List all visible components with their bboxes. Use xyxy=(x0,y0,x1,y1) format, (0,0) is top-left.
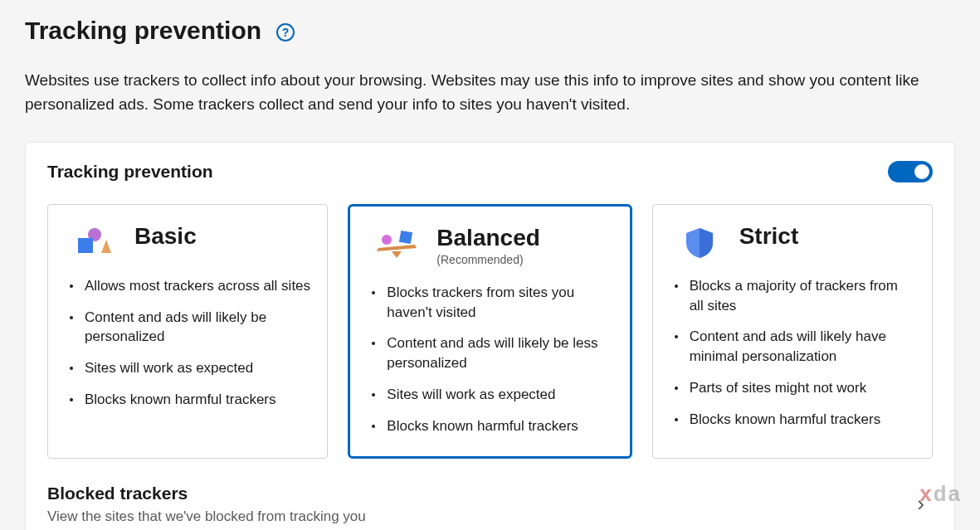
toggle-knob xyxy=(914,164,929,179)
list-item: Content and ads will likely be personali… xyxy=(65,308,310,348)
strict-icon xyxy=(678,226,721,260)
svg-rect-1 xyxy=(78,238,93,253)
svg-marker-2 xyxy=(101,240,111,253)
list-item: Blocks trackers from sites you haven't v… xyxy=(367,283,612,323)
blocked-trackers-title: Blocked trackers xyxy=(47,484,366,503)
help-icon[interactable]: ? xyxy=(276,23,295,41)
tracking-prevention-toggle[interactable] xyxy=(888,161,933,182)
page-description: Websites use trackers to collect info ab… xyxy=(25,68,938,117)
panel-title: Tracking prevention xyxy=(47,162,213,182)
svg-marker-6 xyxy=(392,251,402,258)
list-item: Blocks known harmful trackers xyxy=(367,416,612,436)
level-card-balanced[interactable]: Balanced (Recommended) Blocks trackers f… xyxy=(348,204,631,459)
tracking-prevention-panel: Tracking prevention Basic Allows most tr… xyxy=(25,142,955,530)
list-item: Sites will work as expected xyxy=(65,358,310,378)
level-card-strict[interactable]: Strict Blocks a majority of trackers fro… xyxy=(652,204,933,459)
list-item: Blocks a majority of trackers from all s… xyxy=(670,276,915,316)
list-item: Blocks known harmful trackers xyxy=(670,410,915,430)
list-item: Content and ads will likely have minimal… xyxy=(670,327,915,367)
level-card-basic[interactable]: Basic Allows most trackers across all si… xyxy=(47,204,328,459)
svg-marker-5 xyxy=(377,245,417,251)
list-item: Parts of sites might not work xyxy=(670,378,915,398)
list-item: Sites will work as expected xyxy=(367,385,612,405)
chevron-right-icon: › xyxy=(917,491,933,517)
svg-rect-4 xyxy=(399,231,412,244)
card-subtitle-balanced: (Recommended) xyxy=(436,253,540,266)
page-title: Tracking prevention xyxy=(25,17,261,45)
card-title-balanced: Balanced xyxy=(436,225,540,251)
blocked-trackers-row[interactable]: Blocked trackers View the sites that we'… xyxy=(47,484,933,525)
list-item: Allows most trackers across all sites xyxy=(65,276,310,296)
blocked-trackers-description: View the sites that we've blocked from t… xyxy=(47,508,366,525)
svg-point-3 xyxy=(382,235,392,245)
balanced-icon xyxy=(375,228,418,261)
basic-icon xyxy=(73,226,116,260)
list-item: Blocks known harmful trackers xyxy=(65,390,310,410)
list-item: Content and ads will likely be less pers… xyxy=(367,333,612,373)
card-title-basic: Basic xyxy=(134,223,197,250)
card-title-strict: Strict xyxy=(739,223,799,250)
